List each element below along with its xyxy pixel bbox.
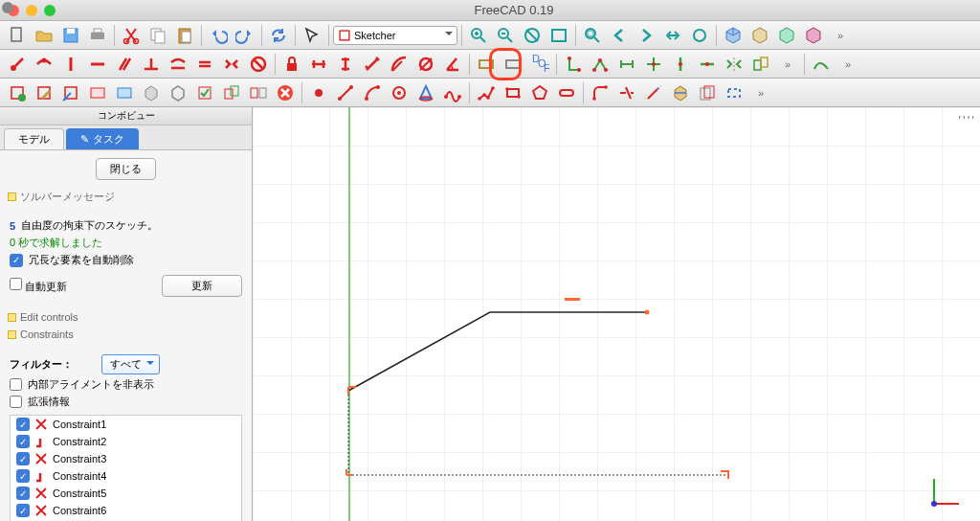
top-view-icon[interactable]: [774, 23, 799, 48]
hor-distance-icon[interactable]: [306, 52, 331, 77]
constraint-item[interactable]: ✓Constraint2: [11, 433, 241, 450]
circle-icon[interactable]: [387, 80, 412, 105]
select-origin-icon[interactable]: [641, 52, 666, 77]
nav-link-icon[interactable]: [660, 23, 685, 48]
extend-icon[interactable]: [641, 80, 666, 105]
cut-icon[interactable]: [119, 23, 144, 48]
tangent-icon[interactable]: [166, 52, 190, 77]
cursor-icon[interactable]: [300, 23, 324, 48]
constraint-item[interactable]: ✓Constraint5: [11, 485, 241, 502]
bspline-degree-icon[interactable]: [809, 52, 834, 77]
constraint-item[interactable]: ✓Constraint1: [11, 416, 241, 433]
zoom-in-icon[interactable]: [466, 23, 491, 48]
constraint-item[interactable]: ✓Constraint3: [11, 450, 241, 467]
radius-icon[interactable]: [387, 52, 412, 77]
overflow-2-icon[interactable]: »: [775, 52, 800, 77]
perpendicular-icon[interactable]: [139, 52, 164, 77]
nav-left-icon[interactable]: [607, 23, 632, 48]
hide-internal-checkbox[interactable]: [10, 378, 22, 391]
dof-icon[interactable]: DOF: [527, 52, 552, 77]
ver-distance-icon[interactable]: [333, 52, 358, 77]
new-file-icon[interactable]: [5, 23, 30, 48]
open-file-icon[interactable]: [32, 23, 56, 48]
select-constraints-icon[interactable]: [614, 52, 639, 77]
redo-icon[interactable]: [233, 23, 257, 48]
zoom-window-button[interactable]: [44, 5, 56, 16]
select-h-axis-icon[interactable]: [695, 52, 720, 77]
point-on-object-icon[interactable]: [32, 52, 56, 77]
arc-icon[interactable]: [360, 80, 385, 105]
auto-update-checkbox[interactable]: [10, 278, 22, 290]
view-fit-icon[interactable]: [580, 23, 605, 48]
update-button[interactable]: 更新: [162, 275, 242, 297]
rectangle-icon[interactable]: [501, 80, 525, 105]
select-v-axis-icon[interactable]: [668, 52, 693, 77]
equal-icon[interactable]: [192, 52, 217, 77]
nav-cube-placeholder[interactable]: '''': [958, 113, 976, 128]
angle-icon[interactable]: [440, 52, 465, 77]
zoom-fit-icon[interactable]: [687, 23, 712, 48]
clone-icon[interactable]: [748, 52, 773, 77]
symmetric-icon[interactable]: [219, 52, 244, 77]
carbon-copy-icon[interactable]: [695, 80, 720, 105]
undo-icon[interactable]: [206, 23, 231, 48]
line-icon[interactable]: [333, 80, 358, 105]
diameter-icon[interactable]: [413, 52, 438, 77]
sketch-canvas[interactable]: '''': [253, 107, 980, 521]
slot-icon[interactable]: [554, 80, 579, 105]
coincident-icon[interactable]: [5, 52, 30, 77]
symmetry-icon[interactable]: [722, 52, 746, 77]
auto-delete-checkbox[interactable]: ✓: [10, 254, 23, 267]
activate-constraint-icon[interactable]: [501, 52, 525, 77]
paste-icon[interactable]: [172, 23, 197, 48]
constraint-item[interactable]: ✓Constraint6: [11, 502, 241, 519]
distance-icon[interactable]: [360, 52, 385, 77]
workbench-selector[interactable]: Sketcher: [333, 26, 457, 45]
fillet-icon[interactable]: [588, 80, 612, 105]
leave-sketch-icon[interactable]: [58, 80, 83, 105]
polygon-icon[interactable]: [527, 80, 552, 105]
polyline-icon[interactable]: [474, 80, 499, 105]
refresh-icon[interactable]: [266, 23, 291, 48]
view-section-icon[interactable]: [112, 80, 137, 105]
map-sketch-icon[interactable]: [139, 80, 164, 105]
external-icon[interactable]: [668, 80, 693, 105]
horizontal-icon[interactable]: [85, 52, 110, 77]
overflow-3-icon[interactable]: »: [835, 52, 860, 77]
block-icon[interactable]: [246, 52, 271, 77]
constraints-header[interactable]: Constraints: [8, 328, 244, 340]
parallel-icon[interactable]: [112, 52, 137, 77]
zoom-out-icon[interactable]: [493, 23, 518, 48]
tab-task[interactable]: ✎タスク: [66, 128, 139, 149]
construction-icon[interactable]: [722, 80, 746, 105]
print-icon[interactable]: [85, 23, 110, 48]
draw-style-icon[interactable]: [520, 23, 545, 48]
close-shape-icon[interactable]: [561, 52, 586, 77]
iso-view-icon[interactable]: [721, 23, 746, 48]
edit-sketch-icon[interactable]: [32, 80, 56, 105]
bspline-icon[interactable]: [440, 80, 465, 105]
tab-model[interactable]: モデル: [4, 128, 64, 149]
reorient-icon[interactable]: [166, 80, 190, 105]
conic-icon[interactable]: [413, 80, 438, 105]
overflow-icon[interactable]: »: [828, 23, 853, 48]
solver-messages-header[interactable]: ソルバーメッセージ: [8, 190, 244, 204]
toggle-driving-icon[interactable]: [474, 52, 499, 77]
minimize-window-button[interactable]: [26, 5, 37, 16]
lock-icon[interactable]: [279, 52, 304, 77]
constraint-item[interactable]: ✓Constraint4: [11, 467, 241, 485]
trim-icon[interactable]: [614, 80, 639, 105]
copy-icon[interactable]: [145, 23, 170, 48]
view-sketch-icon[interactable]: [85, 80, 110, 105]
merge-sketch-icon[interactable]: [219, 80, 244, 105]
overflow-4-icon[interactable]: »: [748, 80, 773, 105]
point-icon[interactable]: [306, 80, 331, 105]
panel-gear-icon[interactable]: [2, 2, 13, 13]
right-view-icon[interactable]: [801, 23, 826, 48]
mirror-sketch-icon[interactable]: [246, 80, 271, 105]
bounding-box-icon[interactable]: [546, 23, 571, 48]
nav-right-icon[interactable]: [634, 23, 658, 48]
validate-icon[interactable]: [192, 80, 217, 105]
new-sketch-icon[interactable]: [5, 80, 30, 105]
vertical-icon[interactable]: [58, 52, 83, 77]
